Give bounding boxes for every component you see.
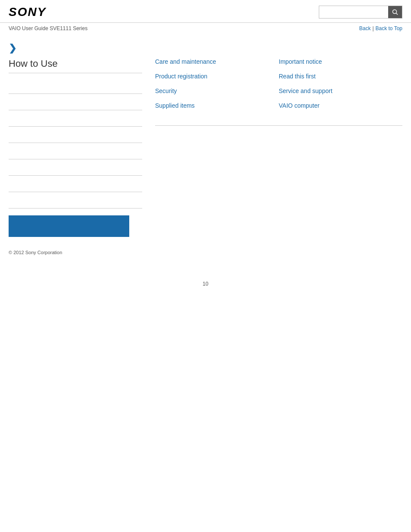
sidebar-title: How to Use <box>9 58 142 73</box>
svg-line-1 <box>396 13 398 15</box>
guide-title: VAIO User Guide SVE1111 Series <box>9 25 87 31</box>
header: SONY <box>0 0 411 23</box>
links-col-1: Care and maintenance Product registratio… <box>155 58 279 117</box>
links-col-2: Important notice Read this first Service… <box>279 58 402 117</box>
search-input[interactable] <box>319 6 388 18</box>
read-this-first-link[interactable]: Read this first <box>279 73 402 80</box>
list-item <box>9 143 142 159</box>
content-area: How to Use Care and maintenance Product … <box>9 58 402 237</box>
svg-point-0 <box>393 10 397 14</box>
nav-links: Back | Back to Top <box>359 25 402 31</box>
list-item <box>9 94 142 110</box>
copyright-text: © 2012 Sony Corporation <box>9 250 62 255</box>
important-notice-link[interactable]: Important notice <box>279 58 402 65</box>
blue-highlight-box <box>9 215 129 237</box>
list-item <box>9 159 142 176</box>
back-link[interactable]: Back <box>359 25 371 31</box>
security-link[interactable]: Security <box>155 87 279 94</box>
search-button[interactable] <box>388 6 402 18</box>
list-item <box>9 176 142 192</box>
supplied-items-link[interactable]: Supplied items <box>155 102 279 109</box>
nav-separator: | <box>372 25 374 31</box>
chevron-icon: ❯ <box>9 43 402 54</box>
page-number: 10 <box>0 281 411 287</box>
list-item <box>9 192 142 208</box>
list-item <box>9 110 142 127</box>
list-item <box>9 127 142 143</box>
links-columns: Care and maintenance Product registratio… <box>155 58 402 126</box>
product-registration-link[interactable]: Product registration <box>155 73 279 80</box>
footer: © 2012 Sony Corporation <box>9 250 402 255</box>
search-box[interactable] <box>319 6 402 19</box>
main-content: ❯ How to Use Care and maintenance Produc… <box>0 34 411 264</box>
sony-logo: SONY <box>9 5 46 19</box>
vaio-computer-link[interactable]: VAIO computer <box>279 102 402 109</box>
sidebar: How to Use <box>9 58 142 237</box>
search-icon <box>392 9 398 15</box>
service-and-support-link[interactable]: Service and support <box>279 87 402 94</box>
links-grid: Care and maintenance Product registratio… <box>142 58 402 237</box>
care-and-maintenance-link[interactable]: Care and maintenance <box>155 58 279 65</box>
list-item <box>9 78 142 94</box>
subheader: VAIO User Guide SVE1111 Series Back | Ba… <box>0 23 411 34</box>
back-to-top-link[interactable]: Back to Top <box>376 25 402 31</box>
